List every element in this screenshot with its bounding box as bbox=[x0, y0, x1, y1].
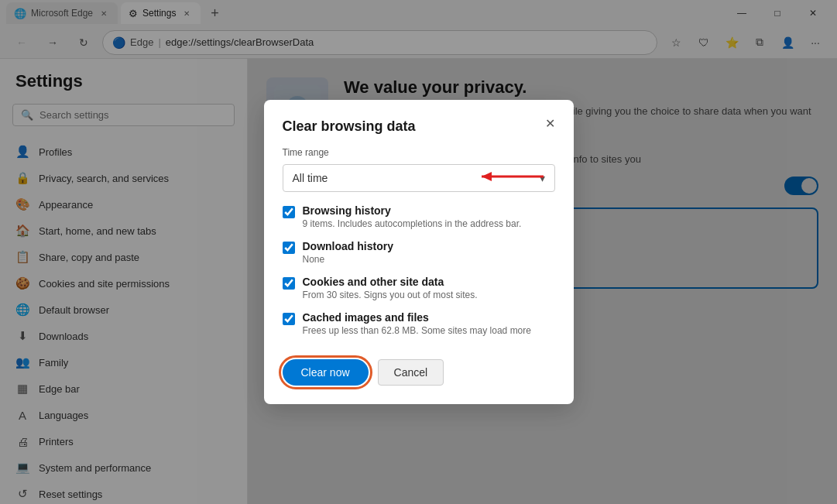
checkbox-cookies: Cookies and other site data From 30 site… bbox=[283, 276, 555, 300]
checkbox-cached: Cached images and files Frees up less th… bbox=[283, 311, 555, 336]
dialog-title: Clear browsing data bbox=[283, 118, 555, 135]
cached-label: Cached images and files bbox=[303, 311, 531, 324]
clear-browsing-data-dialog: Clear browsing data ✕ Time range All tim… bbox=[264, 100, 574, 404]
cookies-desc: From 30 sites. Signs you out of most sit… bbox=[303, 290, 478, 300]
download-history-desc: None bbox=[303, 254, 393, 265]
clear-now-button[interactable]: Clear now bbox=[283, 359, 369, 386]
cookies-label: Cookies and other site data bbox=[303, 276, 478, 288]
cookies-checkbox[interactable] bbox=[283, 277, 295, 290]
modal-overlay: Clear browsing data ✕ Time range All tim… bbox=[0, 0, 837, 504]
browsing-history-checkbox[interactable] bbox=[283, 206, 295, 218]
download-history-label: Download history bbox=[303, 240, 393, 252]
checkbox-download-history: Download history None bbox=[283, 240, 555, 265]
cached-desc: Frees up less than 62.8 MB. Some sites m… bbox=[303, 325, 531, 336]
cancel-button[interactable]: Cancel bbox=[378, 359, 444, 386]
cached-checkbox[interactable] bbox=[283, 313, 295, 325]
checkbox-browsing-history: Browsing history 9 items. Includes autoc… bbox=[283, 204, 555, 229]
browsing-history-label: Browsing history bbox=[303, 204, 522, 217]
dialog-close-button[interactable]: ✕ bbox=[540, 112, 561, 134]
dialog-checkboxes: Browsing history 9 items. Includes autoc… bbox=[283, 204, 555, 347]
time-range-select[interactable]: All time ▾ bbox=[283, 164, 555, 192]
dropdown-chevron-icon: ▾ bbox=[540, 172, 545, 184]
download-history-checkbox[interactable] bbox=[283, 242, 295, 254]
time-range-value: All time bbox=[293, 172, 328, 184]
dialog-actions: Clear now Cancel bbox=[283, 359, 555, 386]
browsing-history-desc: 9 items. Includes autocompletions in the… bbox=[303, 218, 522, 229]
time-range-label: Time range bbox=[283, 147, 555, 158]
